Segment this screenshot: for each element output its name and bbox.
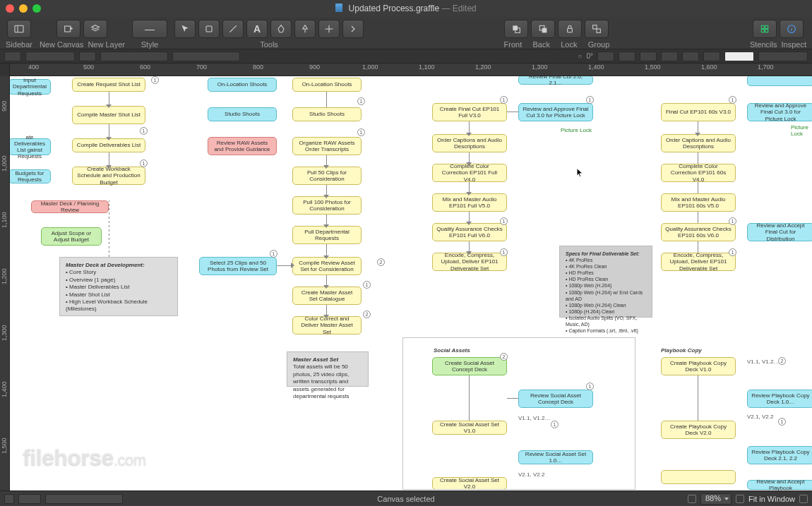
prop-align3[interactable] [640, 52, 657, 61]
tool-browse[interactable] [342, 20, 364, 38]
node[interactable]: Complete Color Correction EP101 Full V4.… [432, 164, 507, 182]
node[interactable]: Pull 50 Clips for Consideration [292, 167, 362, 185]
node[interactable]: Review Playbook Copy Deck 1.0… [747, 390, 812, 408]
node[interactable]: Order Captions and Audio Descriptions [432, 134, 507, 152]
node[interactable]: Review and Approve Final Cut 3.0 for Pic… [518, 103, 593, 121]
node[interactable]: Review and Accept Final Cut for Distribu… [747, 223, 812, 241]
node[interactable]: Order Captions and Audio Descriptions [661, 134, 736, 152]
tool-select[interactable] [174, 20, 196, 38]
tool-point[interactable] [318, 20, 340, 38]
node[interactable]: Create Final Cut EP101 Full V3.0 [432, 103, 507, 121]
node[interactable]: Color Correct and Deliver Master Asset S… [292, 316, 362, 335]
node[interactable]: Complete Color Correction EP101 60s V4.0 [661, 164, 736, 182]
window-close[interactable] [6, 4, 14, 13]
node[interactable]: Pull 100 Photos for Consideration [292, 196, 362, 215]
prop-valign2[interactable] [682, 52, 699, 61]
node[interactable]: Encode, Compress, Upload, Deliver EP101 … [661, 253, 736, 271]
node[interactable]: Review RAW Assets and Provide Guidance [208, 137, 277, 155]
node[interactable]: ate Deliverables List gainst Requests [10, 138, 51, 155]
status-corner[interactable] [799, 495, 808, 503]
inspect-button[interactable] [780, 20, 804, 38]
front-button[interactable] [504, 20, 528, 38]
status-slider[interactable] [45, 494, 123, 504]
prop-font[interactable] [724, 52, 754, 61]
zoom-out-icon[interactable] [688, 495, 696, 503]
tool-pen[interactable] [270, 20, 292, 38]
version-label: V1.1, V1.2… [518, 415, 550, 421]
note[interactable]: Specs for Final Deliverable Set: • 4K Pr… [559, 246, 652, 318]
node[interactable]: Create Workback Schedule and Production … [72, 167, 145, 185]
node[interactable]: Input Departmental Requests [10, 79, 51, 95]
node[interactable]: On-Location Shoots [292, 78, 362, 92]
style-button[interactable]: — [132, 20, 167, 38]
node[interactable]: Pull Departmental Requests [292, 226, 362, 244]
prop-shadow[interactable] [172, 52, 240, 61]
sidebar-toggle[interactable] [7, 20, 31, 38]
node[interactable]: Encode, Compress, Upload, Deliver EP101 … [432, 253, 507, 271]
fit-window[interactable]: Fit in Window [748, 495, 795, 503]
node[interactable]: Mix and Master Audio EP101 Full V5.0 [432, 193, 507, 212]
note[interactable]: Master Asset SetTotal assets will be 50 … [287, 351, 369, 387]
node[interactable]: Mix and Master Audio EP101 60s V5.0 [661, 193, 736, 212]
node[interactable]: Studio Shoots [208, 107, 277, 121]
group-button[interactable] [585, 20, 609, 38]
window-minimize[interactable] [19, 4, 28, 13]
new-layer-button[interactable] [83, 20, 107, 38]
prop-fill[interactable] [4, 52, 21, 61]
node[interactable] [747, 76, 812, 86]
node[interactable]: Create Master Asset Set Catalogue [292, 287, 362, 305]
new-canvas-button[interactable] [56, 20, 80, 38]
prop-stroke[interactable] [79, 52, 96, 61]
node[interactable]: Final Cut EP101 60s V3.0 [661, 103, 736, 121]
canvas[interactable]: Input Departmental Requests Create Reque… [10, 76, 812, 490]
prop-line[interactable] [100, 52, 168, 61]
node[interactable]: Review Final Cut 2.0, 2.1… [518, 76, 593, 85]
tool-line[interactable] [222, 20, 244, 38]
node[interactable]: Create Request Shot List [72, 78, 145, 92]
node[interactable]: Create Social Asset Concept Deck [432, 357, 507, 375]
mouse-cursor [576, 168, 583, 178]
zoom-select[interactable]: 88% [700, 493, 732, 505]
tool-shape[interactable] [198, 20, 220, 38]
node[interactable]: Create Social Asset Set V1.0 [432, 421, 507, 435]
node[interactable]: Review Playbook Copy Deck 2.1, 2.2 [747, 446, 812, 464]
node[interactable] [661, 470, 736, 484]
status-handle[interactable] [4, 494, 14, 504]
tool-text[interactable]: A [246, 20, 268, 38]
prop-fill-sel[interactable] [25, 52, 75, 61]
tool-diagram[interactable] [294, 20, 316, 38]
note[interactable]: Master Deck at Development: • Core Story… [59, 257, 178, 316]
prop-valign1[interactable] [661, 52, 678, 61]
node[interactable]: Studio Shoots [292, 107, 362, 121]
node[interactable]: Create Playbook Copy Deck V2.0 [661, 421, 736, 439]
zoom-in-icon[interactable] [736, 495, 744, 503]
prop-align2[interactable] [619, 52, 635, 61]
window-zoom[interactable] [32, 4, 41, 13]
node[interactable]: Budgets for Requests [10, 169, 51, 183]
node[interactable]: Review and Approve Final Cut 3.0 for Pic… [747, 103, 812, 121]
prop-valign3[interactable] [703, 52, 720, 61]
prop-fontsel[interactable] [758, 52, 808, 61]
node[interactable]: Review Social Asset Concept Deck [518, 390, 593, 408]
window-title: Updated Process.graffle — Edited [0, 4, 812, 13]
svg-rect-18 [765, 25, 768, 28]
node[interactable]: Adjust Scope or Adjust Budget [41, 227, 102, 246]
node[interactable]: Organize RAW Assets Order Transcripts [292, 137, 362, 155]
node[interactable]: Review Social Asset Set 1.0… [518, 450, 593, 464]
node[interactable]: Create Social Asset Set V2.0 [432, 477, 507, 490]
node[interactable]: Create Playbook Copy Deck V1.0 [661, 357, 736, 375]
prop-align1[interactable] [597, 52, 614, 61]
node[interactable]: Compile Master Shot List [72, 106, 145, 124]
node[interactable]: Quality Assurance Checks EP101 60s V6.0 [661, 223, 736, 241]
node[interactable]: Quality Assurance Checks EP101 Full V6.0 [432, 223, 507, 241]
node[interactable]: Compile Deliverables List [72, 138, 145, 152]
lock-button[interactable] [558, 20, 582, 38]
node[interactable]: Compile Review Asset Set for Considerati… [292, 257, 362, 275]
back-button[interactable] [531, 20, 555, 38]
status-nav[interactable] [18, 494, 41, 504]
node[interactable]: Review and Accept Playbook [747, 480, 812, 490]
node[interactable]: On-Location Shoots [208, 78, 277, 92]
node[interactable]: Select 25 Clips and 50 Photos from Revie… [199, 257, 277, 275]
node[interactable]: Master Deck / Planning Review [31, 200, 109, 213]
stencils-button[interactable] [753, 20, 777, 38]
